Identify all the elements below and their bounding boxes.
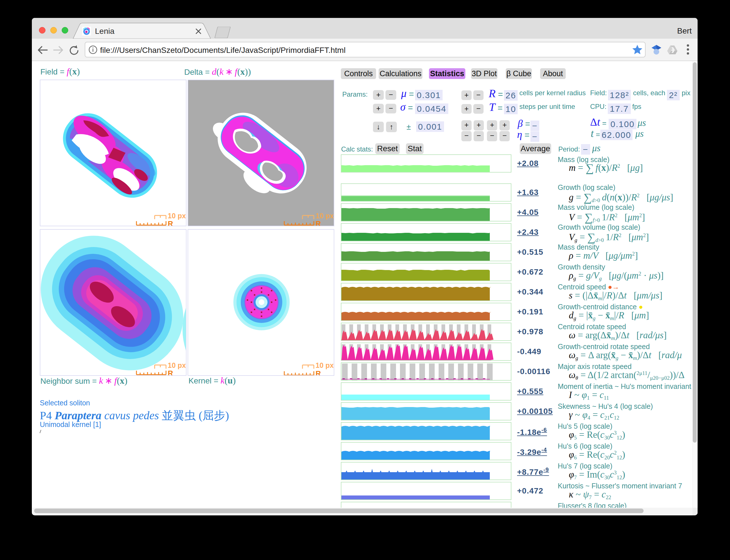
svg-text:R: R	[168, 369, 173, 375]
svg-text:10 px: 10 px	[168, 212, 186, 220]
svg-text:10 px: 10 px	[168, 361, 186, 369]
svg-text:R: R	[316, 219, 321, 226]
svg-text:10 px: 10 px	[316, 361, 334, 369]
svg-text:10 px: 10 px	[316, 212, 334, 220]
svg-text:R: R	[316, 369, 321, 375]
svg-text:R: R	[168, 219, 173, 226]
